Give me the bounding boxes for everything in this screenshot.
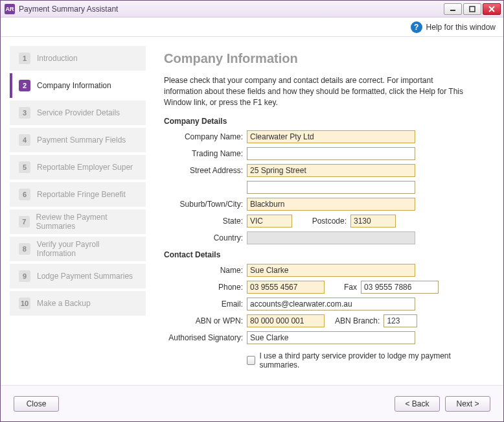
maximize-button[interactable] (463, 3, 481, 15)
footer: Close < Back Next > (1, 385, 503, 421)
step-label: Payment Summary Fields (37, 135, 126, 145)
third-party-checkbox[interactable] (247, 356, 255, 365)
maximize-icon (469, 6, 475, 12)
page-description: Please check that your company and conta… (164, 75, 468, 108)
email-label: Email: (164, 299, 247, 309)
street-address-field[interactable] (247, 164, 415, 177)
street-address-2-field[interactable] (247, 181, 415, 194)
sidebar-step-make-a-backup[interactable]: 10 Make a Backup (10, 291, 146, 316)
app-icon: AR (5, 4, 15, 14)
abn-branch-label: ABN Branch: (325, 316, 384, 325)
minimize-button[interactable] (444, 3, 462, 15)
phone-field[interactable] (247, 281, 325, 294)
window-close-button[interactable] (483, 3, 501, 15)
contact-name-label: Name: (164, 266, 247, 275)
step-label: Reportable Fringe Benefit (37, 190, 126, 199)
trading-name-label: Trading Name: (164, 149, 247, 158)
step-number: 10 (19, 298, 30, 309)
sidebar-step-service-provider-details[interactable]: 3 Service Provider Details (10, 100, 146, 125)
content-pane: Company Information Please check that yo… (159, 46, 494, 385)
titlebar: AR Payment Summary Assistant (1, 1, 503, 18)
step-label: Verify your Payroll Information (37, 240, 139, 258)
minimize-icon (450, 6, 456, 12)
toolbar: ? Help for this window (1, 18, 503, 37)
signatory-field[interactable] (247, 331, 415, 344)
sidebar-step-lodge-payment-summaries[interactable]: 9 Lodge Payment Summaries (10, 264, 146, 288)
step-number: 3 (19, 107, 30, 119)
back-button[interactable]: < Back (395, 396, 440, 412)
step-number: 8 (19, 243, 30, 255)
step-label: Service Provider Details (37, 108, 120, 117)
country-label: Country: (164, 233, 247, 242)
fax-field[interactable] (361, 281, 439, 294)
step-number: 7 (19, 216, 30, 228)
close-icon (488, 6, 495, 12)
close-button[interactable]: Close (14, 396, 59, 412)
step-label: Review the Payment Summaries (36, 213, 140, 231)
step-label: Make a Backup (37, 299, 91, 308)
sidebar-step-company-information[interactable]: 2 Company Information (10, 73, 146, 98)
step-number: 6 (19, 189, 30, 200)
email-field[interactable] (247, 298, 415, 311)
step-number: 4 (19, 134, 30, 146)
contact-name-field[interactable] (247, 264, 415, 277)
help-label: Help for this window (426, 23, 496, 32)
suburb-label: Suburb/Town/City: (164, 200, 247, 209)
page-heading: Company Information (164, 51, 481, 66)
abn-label: ABN or WPN: (164, 316, 247, 325)
company-details-header: Company Details (164, 117, 481, 126)
step-number: 9 (19, 270, 30, 282)
abn-field[interactable] (247, 314, 325, 327)
suburb-field[interactable] (247, 198, 415, 211)
postcode-field[interactable] (350, 215, 396, 228)
body-area: 1 Introduction 2 Company Information 3 S… (1, 37, 503, 385)
street-address-label: Street Address: (164, 166, 247, 175)
step-label: Lodge Payment Summaries (37, 272, 133, 281)
sidebar-step-reportable-fringe-benefit[interactable]: 6 Reportable Fringe Benefit (10, 182, 146, 207)
window-title: Payment Summary Assistant (19, 5, 444, 14)
help-icon: ? (411, 21, 422, 33)
help-link[interactable]: ? Help for this window (411, 21, 496, 33)
sidebar-step-introduction[interactable]: 1 Introduction (10, 46, 146, 71)
next-button[interactable]: Next > (445, 396, 490, 412)
postcode-label: Postcode: (292, 217, 350, 226)
sidebar-step-review-payment-summaries[interactable]: 7 Review the Payment Summaries (10, 209, 146, 234)
contact-details-header: Contact Details (164, 250, 481, 259)
phone-label: Phone: (164, 283, 247, 292)
step-number: 5 (19, 161, 30, 173)
svg-rect-1 (470, 6, 475, 12)
step-label: Reportable Employer Super (37, 163, 133, 172)
step-label: Introduction (37, 54, 78, 63)
state-label: State: (164, 217, 247, 226)
third-party-checkbox-label: I use a third party service provider to … (259, 351, 481, 369)
sidebar-step-verify-payroll-information[interactable]: 8 Verify your Payroll Information (10, 237, 146, 261)
window-controls (444, 3, 501, 15)
country-field[interactable] (247, 231, 415, 244)
fax-label: Fax (325, 283, 361, 292)
sidebar-step-reportable-employer-super[interactable]: 5 Reportable Employer Super (10, 155, 146, 180)
company-name-field[interactable] (247, 130, 415, 143)
step-number: 2 (19, 80, 30, 91)
state-field[interactable] (247, 215, 292, 228)
sidebar-step-payment-summary-fields[interactable]: 4 Payment Summary Fields (10, 128, 146, 152)
step-label: Company Information (37, 81, 111, 90)
abn-branch-field[interactable] (384, 314, 417, 327)
trading-name-field[interactable] (247, 147, 415, 160)
step-number: 1 (19, 53, 30, 64)
third-party-checkbox-row[interactable]: I use a third party service provider to … (247, 351, 481, 369)
app-window: AR Payment Summary Assistant ? Help for … (0, 0, 504, 422)
company-name-label: Company Name: (164, 132, 247, 141)
wizard-sidebar: 1 Introduction 2 Company Information 3 S… (10, 46, 146, 385)
signatory-label: Authorised Signatory: (164, 333, 247, 342)
